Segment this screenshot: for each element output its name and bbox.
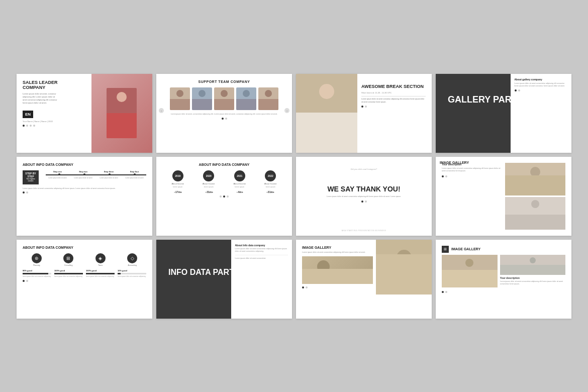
prog-text-4: lorem ipsum dolor sit consectur adipisci… <box>118 275 146 277</box>
year-item-4: 2022 About Income lorem ipsum <box>264 170 277 188</box>
team-photo-3 <box>214 87 234 110</box>
dot-s6-3 <box>227 195 229 198</box>
icon-label-planning: Planning <box>33 264 40 266</box>
slides-grid: SALES LEADER COMPANY Lorem ipsum dolor s… <box>0 54 588 339</box>
slide-3-sub: Short lorem id: 11.20 - 11.30 UTC <box>361 91 426 94</box>
team-photo-1 <box>170 87 190 110</box>
year-sub-3: lorem ipsum <box>235 186 244 188</box>
person-body-2 <box>505 215 566 230</box>
year-circle-2: 2020 <box>203 170 214 181</box>
slide-12-dots <box>442 291 565 293</box>
year-label-3: About Income <box>233 182 246 185</box>
slide-7-body: Lorem ipsum dolor sit amet consectetur a… <box>302 195 426 198</box>
slide-8-photo-2 <box>505 197 566 230</box>
dot-s7-2 <box>365 201 367 203</box>
slide-4: GALLERY PART About gallery company Lorem… <box>436 74 571 153</box>
slide-12-body: Lorem ipsum dolor sit amet consectetur a… <box>500 280 565 286</box>
slide-11-right-photo <box>376 240 432 295</box>
year-label-4: About Income <box>264 182 277 185</box>
slide-3: AWESOME BREAK SECTION Short lorem id: 11… <box>296 74 432 153</box>
dot-s7-1 <box>361 201 363 203</box>
slide-12-person2 <box>500 255 565 275</box>
year-circle-4: 2022 <box>265 170 276 181</box>
dot-s8-2 <box>445 175 447 177</box>
team-photo-2 <box>192 87 212 110</box>
slide-8-photo-1 <box>505 163 566 195</box>
slide-10-extra: Lorem ipsum dolor sit amet consectetur <box>235 257 288 259</box>
icon-label-accounting: Accounting <box>128 264 137 266</box>
dot-1 <box>23 125 25 127</box>
year-item-2: 2020 About Income lorem ipsum <box>203 170 215 188</box>
icon-item-taxes: ◈ Taxes <box>86 253 115 266</box>
dot-3 <box>30 125 32 127</box>
slide-1-name: Your Name | Name | Name | 2022 <box>23 120 90 123</box>
slide-4-right: About gallery company Lorem ipsum dolor … <box>511 74 572 153</box>
dot-s6-1 <box>220 195 222 198</box>
year-sub-2: lorem ipsum <box>204 186 214 188</box>
stat-4: ~31m+ <box>266 190 274 193</box>
slide-9-title: ABOUT INFO DATA COMPANY <box>23 246 146 249</box>
timeline-dot-3 <box>109 173 111 175</box>
person-head-2 <box>531 200 539 208</box>
slide-8-title-row: IMAGE GALLERY <box>440 161 567 164</box>
progress-item-4: 10% good lorem ipsum dolor sit consectur… <box>118 269 146 277</box>
prog-bar-4 <box>118 273 146 274</box>
dot-s3-2 <box>365 106 367 108</box>
slide-2-nav-left[interactable]: ‹ <box>159 108 164 113</box>
slide-11: IMAGE GALLERY Lorem ipsum dolor sit amet… <box>296 240 432 319</box>
slide-9-progress: 90% good lorem ipsum dolor sit consectur… <box>23 269 146 277</box>
slide-8-body: Lorem ipsum dolor sit amet consectetur a… <box>442 167 503 173</box>
slide-12-title-row: ⊞ IMAGE GALLERY <box>442 246 565 253</box>
step-3: Step three <box>97 170 121 173</box>
timeline-dot-2 <box>83 173 85 175</box>
dot-s9-1 <box>23 280 25 282</box>
icon-label-taxes: Taxes <box>98 264 103 266</box>
year-label-1: About Income <box>171 182 184 185</box>
dot-s4-1 <box>515 89 517 91</box>
dot-s12-2 <box>445 291 447 293</box>
dot-s5-2 <box>26 191 28 193</box>
slide-8-layout: Your description Lorem ipsum dolor sit a… <box>442 163 565 230</box>
slide-8-photos <box>505 163 566 230</box>
prog-label-4: 10% good <box>118 269 146 272</box>
slide-2-nav-right[interactable]: › <box>284 108 289 113</box>
consulting-icon: ⊞ <box>63 253 73 263</box>
prog-bar-2 <box>54 273 83 274</box>
slide-3-divider <box>361 96 426 96</box>
slide-3-body: Lorem ipsum dolor sit amet consectur adi… <box>361 98 426 104</box>
dot-4 <box>33 125 35 127</box>
prog-fill-3 <box>86 273 115 274</box>
dot-s9-2 <box>26 280 28 282</box>
slide-6-title: ABOUT INFO DATA COMPANY <box>162 163 286 166</box>
year-sub-1: lorem ipsum <box>173 186 182 188</box>
slide-7-pre: Did you click read Instagram? <box>302 168 426 170</box>
prog-label-3: 100% good <box>86 269 115 272</box>
step-desc-2: Lorem ipsum dolor sit amet <box>71 177 95 179</box>
slide-5-step-tagline: Your tagline content <box>25 178 37 182</box>
team-photo-5 <box>258 87 278 110</box>
step-1: Step one <box>46 170 69 173</box>
slide-2: SUPPORT TEAM COMPANY ‹ › Lorem ipsum dol… <box>156 74 292 153</box>
stat-3: ~4m+ <box>237 190 243 193</box>
slide-11-left: IMAGE GALLERY Lorem ipsum dolor sit amet… <box>302 246 373 288</box>
slide-3-content: AWESOME BREAK SECTION Short lorem id: 11… <box>361 84 426 108</box>
slide-1-body: Lorem ipsum dolor sit amet, consecur adi… <box>23 92 60 105</box>
slide-12-title: IMAGE GALLERY <box>451 247 480 251</box>
slide-3-photo <box>296 74 357 153</box>
step-desc-4: Lorem ipsum dolor sit amet <box>123 177 146 179</box>
slide-5-steps-row: Step one Step two Step three Step four <box>46 170 146 173</box>
prog-label-1: 90% good <box>23 269 51 272</box>
dot-s11-2 <box>306 286 308 288</box>
icon-item-planning: ⊛ Planning <box>23 253 51 266</box>
slide-2-dots <box>162 118 286 120</box>
slide-12-right: Your description Lorem ipsum dolor sit a… <box>500 255 565 289</box>
slide-3-dots <box>361 106 426 108</box>
stat-val-1: ~17m+ <box>174 190 182 193</box>
slide-11-img <box>302 256 373 284</box>
dot-s2-1 <box>222 118 224 120</box>
prog-bar-1 <box>23 273 51 274</box>
dot-s2-2 <box>225 118 227 120</box>
slide-9-dots <box>23 280 146 282</box>
dot-s6-2 <box>223 195 225 198</box>
prog-fill-2 <box>54 273 83 274</box>
